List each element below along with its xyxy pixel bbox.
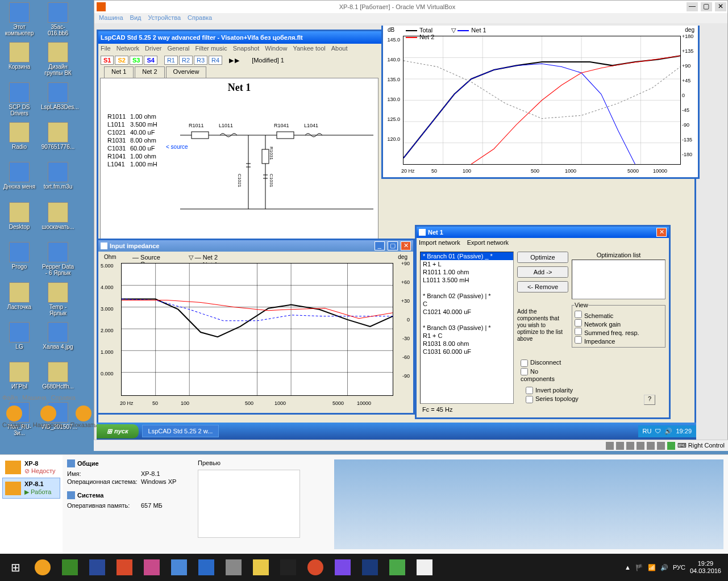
reference-button[interactable]: R1 [164, 56, 178, 65]
desktop-icon[interactable]: Ласточка [2, 282, 36, 316]
minimize-button[interactable]: _ [375, 241, 385, 250]
reference-button[interactable]: R2 [179, 56, 193, 65]
vbox-usb-icon[interactable] [637, 442, 644, 450]
vbox-display-icon[interactable] [657, 442, 665, 450]
branch-row[interactable] [421, 284, 513, 292]
desktop-icon[interactable]: Radio [2, 122, 36, 156]
remove-button[interactable]: <- Remove [517, 281, 568, 292]
taskbar-app[interactable] [111, 556, 138, 579]
nocomponents-checkbox[interactable] [521, 368, 528, 375]
branch-row[interactable]: L1011 3.500 mH [421, 276, 513, 284]
desktop-icon[interactable]: Корзина [2, 42, 36, 76]
taskbar-app[interactable] [221, 556, 247, 579]
tray-icon[interactable]: 🔊 [660, 564, 668, 571]
taskbar-app[interactable] [30, 556, 56, 579]
vbox-manager-menu-item[interactable]: Машина [22, 394, 47, 401]
branch-row[interactable]: R1 + C [421, 332, 513, 340]
tray-icon[interactable]: ▲ [625, 564, 631, 571]
tray-icon[interactable]: 📶 [648, 564, 656, 571]
schematic-tab[interactable]: Net 2 [135, 66, 164, 78]
scenario-button[interactable]: S1 [101, 56, 114, 65]
win8-clock[interactable]: 19:2904.03.2016 [690, 560, 721, 575]
minimize-button[interactable]: — [687, 2, 698, 11]
vm-list-item[interactable]: XP-8⊘ Недосту [2, 457, 60, 478]
taskbar-app[interactable] [248, 556, 274, 579]
taskbar-app[interactable] [193, 556, 219, 579]
taskbar-app[interactable] [275, 556, 301, 579]
close-button[interactable]: ✕ [656, 228, 667, 237]
lspcad-menu-item[interactable]: Snapshot [233, 45, 259, 52]
tray-icon[interactable]: 🛡 [655, 428, 661, 434]
taskbar-app[interactable] [330, 556, 356, 579]
schematic-tab[interactable]: Overview [166, 66, 207, 78]
vbox-manager-menu-item[interactable]: Справка [51, 394, 76, 401]
taskbar-app[interactable] [84, 556, 110, 579]
view-checkbox-row[interactable]: Impedance [575, 336, 663, 345]
tray-icon[interactable]: 🏴 [635, 564, 643, 571]
win8-language[interactable]: РУС [673, 564, 685, 571]
add-button[interactable]: Add -> [517, 266, 568, 278]
desktop-icon[interactable]: LspLAB3Des... [41, 82, 75, 116]
vbox-cd-icon[interactable] [616, 442, 624, 450]
close-button[interactable]: ✕ [715, 2, 726, 11]
branch-row[interactable]: * Branch 01 (Passive) _ * [421, 252, 513, 260]
disconnect-checkbox[interactable] [521, 360, 528, 367]
vbox-shared-icon[interactable] [647, 442, 655, 450]
taskbar-app[interactable] [139, 556, 165, 579]
vbox-manager-menu-item[interactable]: Файл [2, 394, 18, 401]
branch-row[interactable]: C1031 60.000 uF [421, 348, 513, 356]
maximize-button[interactable]: ▢ [701, 2, 712, 11]
lspcad-menu-item[interactable]: Driver [145, 45, 161, 52]
net-menu-item[interactable]: Export network [467, 239, 509, 246]
desktop-icon[interactable]: LG [2, 322, 36, 356]
scenario-button[interactable]: S4 [144, 56, 157, 65]
desktop-icon[interactable]: G680Hclfh... [41, 362, 75, 396]
branch-row[interactable]: R1031 8.00 ohm [421, 340, 513, 348]
taskbar-app[interactable] [384, 556, 410, 579]
scenario-button[interactable]: S3 [130, 56, 143, 65]
vbox-toolbar-button[interactable]: Создать [2, 406, 26, 428]
tool-icon[interactable]: ▶ [229, 57, 234, 64]
taskbar-app[interactable] [357, 556, 383, 579]
desktop-icon[interactable]: шоскачать... [41, 202, 75, 236]
series-topology-checkbox[interactable] [526, 396, 533, 403]
vm-list-item[interactable]: XP-8.1▶ Работа [2, 478, 60, 498]
view-checkbox-row[interactable]: Network gain [575, 319, 663, 328]
help-button[interactable]: ? [644, 395, 655, 405]
lspcad-menu-item[interactable]: Yankee tool [293, 45, 325, 52]
branch-row[interactable]: R1011 1.00 ohm [421, 268, 513, 276]
xp-language-indicator[interactable]: RU [643, 428, 652, 434]
taskbar-app[interactable] [411, 556, 438, 579]
desktop-icon[interactable]: Этот компьютер [2, 2, 36, 36]
optimization-list[interactable] [572, 260, 665, 299]
lspcad-menu-item[interactable]: Network [117, 45, 139, 52]
lspcad-menu-item[interactable]: General [167, 45, 189, 52]
branch-row[interactable]: * Branch 03 (Passive) | * [421, 324, 513, 332]
lspcad-menu-item[interactable]: Filter music [195, 45, 227, 52]
tool-icon[interactable]: ▶ [235, 57, 239, 64]
lspcad-menu-item[interactable]: Window [265, 45, 287, 52]
close-button[interactable]: ✕ [401, 241, 411, 250]
vbox-toolbar-button[interactable]: Показать [70, 406, 97, 428]
xp-clock[interactable]: 19:29 [676, 428, 692, 434]
branch-list[interactable]: * Branch 01 (Passive) _ * R1 + L R1011 1… [420, 252, 514, 404]
branch-row[interactable] [421, 316, 513, 324]
scenario-button[interactable]: S2 [115, 56, 128, 65]
optimize-button[interactable]: Optimize [517, 252, 568, 263]
desktop-icon[interactable]: 907651776... [41, 122, 75, 156]
tray-icon[interactable]: 🔊 [664, 428, 672, 435]
reference-button[interactable]: R4 [209, 56, 222, 65]
branch-row[interactable]: * Branch 02 (Passive) | * [421, 292, 513, 300]
view-checkbox-row[interactable]: Schematic [575, 311, 663, 319]
maximize-button[interactable]: ▢ [388, 241, 398, 250]
desktop-icon[interactable]: 35ac-016.bb6 [41, 2, 75, 36]
win8-start-button[interactable]: ⊞ [2, 556, 28, 579]
desktop-icon[interactable]: Progo [2, 242, 36, 276]
desktop-icon[interactable]: Халва 4.jpg [41, 322, 75, 356]
net-menu-item[interactable]: Import network [419, 239, 460, 246]
reference-button[interactable]: R3 [194, 56, 207, 65]
vbox-hd-icon[interactable] [606, 442, 614, 450]
desktop-icon[interactable]: Дизайн группы ВК [41, 42, 75, 76]
lspcad-menu-item[interactable]: About [331, 45, 348, 52]
branch-row[interactable]: C [421, 300, 513, 308]
